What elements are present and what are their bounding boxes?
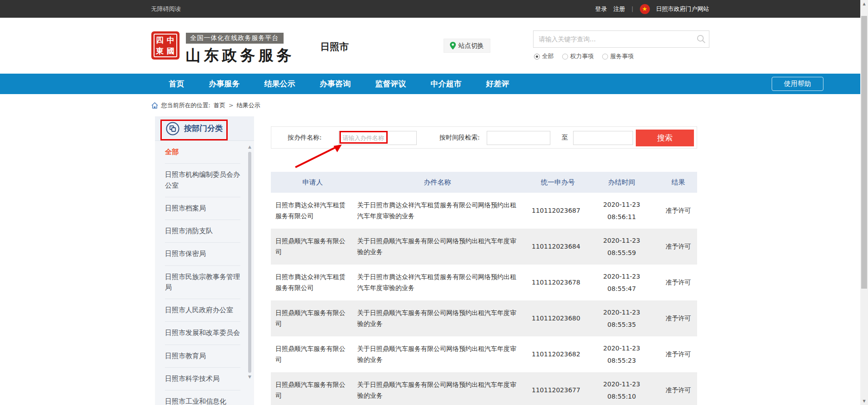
city-portal-link[interactable]: 日照市政府门户网站 <box>656 5 709 13</box>
sidebar-item[interactable]: 日照市保密局 <box>165 243 240 265</box>
finish-clock: 08:55:47 <box>584 283 659 295</box>
date-to-label: 至 <box>562 134 568 142</box>
cell-title: 关于日照鼎顺汽车服务有限公司网络预约出租汽车年度审验的业务 <box>356 339 529 370</box>
nav-item-3[interactable]: 办事咨询 <box>308 74 363 94</box>
cell-apply-no: 110112023677 <box>529 385 584 396</box>
column-header: 申请人 <box>271 174 356 191</box>
column-header: 办件名称 <box>356 174 529 191</box>
nav-item-0[interactable]: 首页 <box>157 74 197 94</box>
cell-applicant: 日照鼎顺汽车服务有限公司 <box>271 375 356 405</box>
seal-character: 國 <box>165 45 176 56</box>
breadcrumb-current: 结果公示 <box>237 101 260 110</box>
radio-icon[interactable] <box>562 54 568 60</box>
sidebar-title: 按部门分类 <box>184 123 223 134</box>
sidebar-scroll-down-icon[interactable]: ▼ <box>248 375 251 379</box>
filter-option[interactable]: 全部 <box>534 52 554 60</box>
nav-item-1[interactable]: 办事服务 <box>197 74 252 94</box>
register-link[interactable]: 注册 <box>613 5 625 13</box>
filter-option[interactable]: 权力事项 <box>562 52 594 60</box>
filter-option[interactable]: 服务事项 <box>602 52 634 60</box>
sidebar-item[interactable]: 日照市工业和信息化 <box>165 390 240 405</box>
results-main: 按办件名称: 按时间段检索: 至 搜索 申请人办件名称统一申办号办结时间结果 日… <box>271 126 697 405</box>
column-header: 统一申办号 <box>529 178 584 187</box>
result-search-form: 按办件名称: 按时间段检索: 至 搜索 <box>271 126 697 149</box>
finish-date: 2020-11-23 <box>584 270 659 283</box>
cell-finish-time: 2020-11-2308:55:10 <box>584 378 659 402</box>
cell-result: 准予许可 <box>659 313 697 324</box>
finish-clock: 08:55:35 <box>584 319 659 331</box>
table-row: 日照市腾达众祥汽车租赁服务有限公司关于日照市腾达众祥汽车租赁服务有限公司网络预约… <box>271 265 697 300</box>
cell-apply-no: 110112023687 <box>529 205 584 216</box>
breadcrumb-home-link[interactable]: 首页 <box>214 101 225 110</box>
window-scrollbar-thumb[interactable] <box>861 16 867 289</box>
search-scope-filters: 全部权力事项服务事项 <box>534 52 634 60</box>
cell-applicant: 日照鼎顺汽车服务有限公司 <box>271 231 356 262</box>
keyword-search-input[interactable] <box>534 35 693 43</box>
cell-apply-no: 110112023684 <box>529 241 584 252</box>
sidebar-item[interactable]: 全部 <box>165 141 240 164</box>
nav-item-6[interactable]: 好差评 <box>474 74 522 94</box>
accessibility-link[interactable]: 无障碍阅读 <box>151 5 181 13</box>
sidebar-item[interactable]: 日照市人民政府办公室 <box>165 299 240 322</box>
item-name-input[interactable] <box>339 131 417 145</box>
sidebar-item[interactable]: 日照市机构编制委员会办公室 <box>165 164 240 197</box>
radio-icon[interactable] <box>602 54 608 60</box>
name-filter-label: 按办件名称: <box>288 134 322 142</box>
date-to-input[interactable] <box>573 131 633 145</box>
sidebar-item[interactable]: 日照市发展和改革委员会 <box>165 322 240 345</box>
help-button[interactable]: 使用帮助 <box>772 77 823 91</box>
sidebar-item[interactable]: 日照市教育局 <box>165 345 240 368</box>
cell-applicant: 日照市腾达众祥汽车租赁服务有限公司 <box>271 267 356 298</box>
sidebar-scrollbar-thumb[interactable] <box>248 152 251 373</box>
location-pin-icon <box>450 42 456 50</box>
nav-item-4[interactable]: 监督评议 <box>363 74 419 94</box>
cell-finish-time: 2020-11-2308:55:59 <box>584 235 659 259</box>
finish-clock: 08:55:10 <box>584 390 659 403</box>
finish-date: 2020-11-23 <box>584 235 659 247</box>
date-from-input[interactable] <box>487 131 550 145</box>
window-scrollbar[interactable]: ▲ ▼ <box>860 0 868 405</box>
brand-block: 全国一体化在线政务服务平台 山东政务服务 <box>186 33 295 66</box>
cell-finish-time: 2020-11-2308:56:11 <box>584 199 659 223</box>
keyword-search-box <box>533 30 709 48</box>
cell-finish-time: 2020-11-2308:55:47 <box>584 270 659 295</box>
search-icon[interactable] <box>693 35 709 44</box>
department-category-icon <box>166 122 180 135</box>
site-switch-button[interactable]: 站点切换 <box>444 39 490 53</box>
table-row: 日照鼎顺汽车服务有限公司关于日照鼎顺汽车服务有限公司网络预约出租汽车年度审验的业… <box>271 336 697 372</box>
cell-title: 关于日照鼎顺汽车服务有限公司网络预约出租汽车年度审验的业务 <box>356 231 529 262</box>
table-row: 日照鼎顺汽车服务有限公司关于日照鼎顺汽车服务有限公司网络预约出租汽车年度审验的业… <box>271 300 697 336</box>
breadcrumb: 您当前所在的位置: 首页 > 结果公示 <box>151 94 709 116</box>
sidebar-scroll-up-icon[interactable]: ▲ <box>248 145 251 149</box>
seal-character: 東 <box>155 45 165 56</box>
sidebar-item[interactable]: 日照市消防支队 <box>165 220 240 243</box>
national-emblem-icon: ★ <box>640 4 650 14</box>
cell-result: 准予许可 <box>659 205 697 216</box>
topbar-divider: | <box>631 6 633 12</box>
search-submit-button[interactable]: 搜索 <box>636 130 694 146</box>
sidebar-item[interactable]: 日照市民族宗教事务管理局 <box>165 266 240 300</box>
cell-finish-time: 2020-11-2308:55:35 <box>584 306 659 330</box>
breadcrumb-prefix: 您当前所在的位置: <box>161 101 210 110</box>
site-header: 四中東國 全国一体化在线政务服务平台 山东政务服务 日照市 站点切换 <box>0 18 860 74</box>
nav-item-5[interactable]: 中介超市 <box>419 74 474 94</box>
shandong-seal-logo: 四中東國 <box>151 31 180 60</box>
radio-icon[interactable] <box>534 54 540 60</box>
nav-item-2[interactable]: 结果公示 <box>252 74 308 94</box>
sidebar-item[interactable]: 日照市档案局 <box>165 197 240 220</box>
platform-badge: 全国一体化在线政务服务平台 <box>186 33 284 44</box>
finish-clock: 08:55:23 <box>584 355 659 367</box>
table-row: 日照鼎顺汽车服务有限公司关于日照鼎顺汽车服务有限公司网络预约出租汽车年度审验的业… <box>271 229 697 265</box>
cell-apply-no: 110112023682 <box>529 349 584 360</box>
cell-apply-no: 110112023680 <box>529 313 584 324</box>
results-table: 申请人办件名称统一申办号办结时间结果 日照市腾达众祥汽车租赁服务有限公司关于日照… <box>271 172 697 405</box>
sidebar-header: 按部门分类 <box>155 116 254 141</box>
login-link[interactable]: 登录 <box>595 5 607 13</box>
table-row: 日照鼎顺汽车服务有限公司关于日照鼎顺汽车服务有限公司网络预约出租汽车年度审验的业… <box>271 372 697 405</box>
home-icon <box>151 102 158 109</box>
scroll-down-icon[interactable]: ▼ <box>860 397 868 405</box>
sidebar-item[interactable]: 日照市科学技术局 <box>165 368 240 390</box>
scroll-up-icon[interactable]: ▲ <box>860 0 868 8</box>
seal-character: 四 <box>155 35 165 45</box>
filter-label: 权力事项 <box>570 52 594 60</box>
